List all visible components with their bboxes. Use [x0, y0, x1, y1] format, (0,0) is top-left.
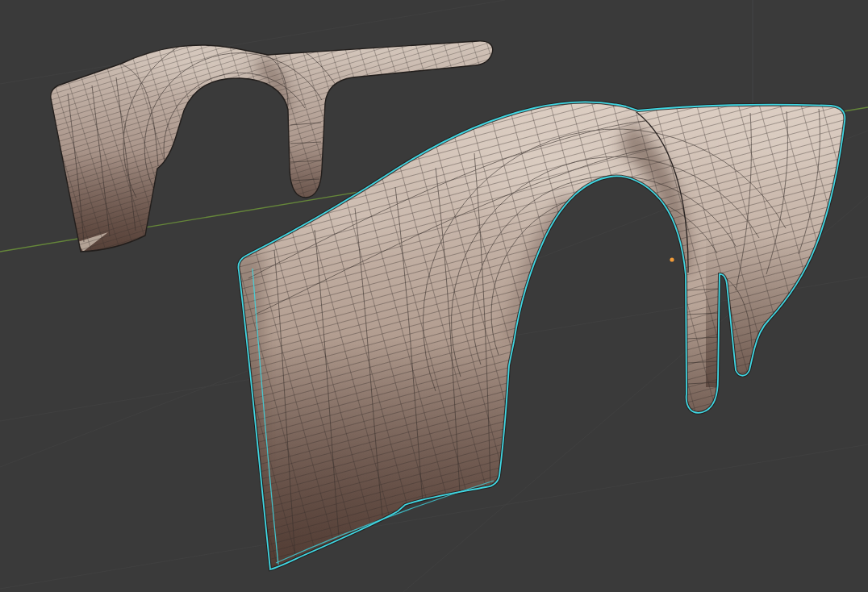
viewport-canvas[interactable]: [0, 0, 868, 592]
origin-dot: [670, 257, 674, 261]
viewport[interactable]: [0, 0, 868, 592]
